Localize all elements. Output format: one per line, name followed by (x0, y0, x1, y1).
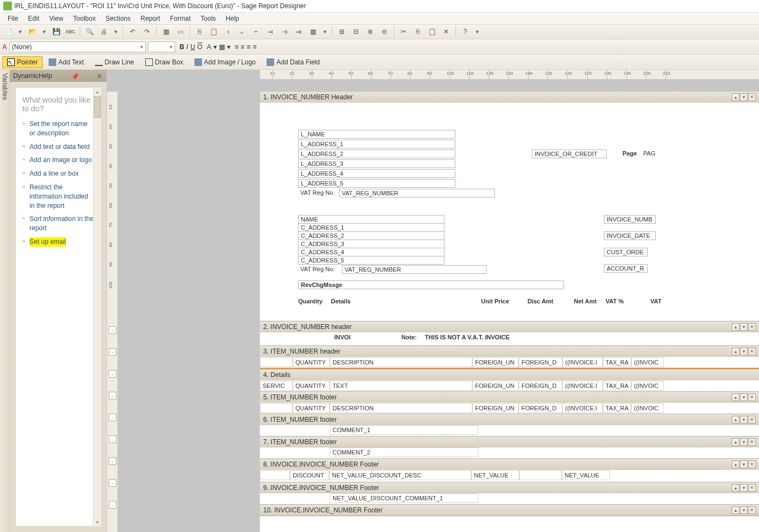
section-header[interactable]: 7. ITEM_NUMBER footer▴▾✕ (260, 437, 759, 447)
field-page-num[interactable]: PAG (641, 150, 657, 157)
menu-help[interactable]: Help (221, 14, 244, 23)
field-c-addr5[interactable]: C_ADDRESS_5 (298, 256, 444, 265)
field-cust-order[interactable]: CUST_ORDE (604, 248, 648, 256)
section-toggle[interactable]: - (109, 392, 116, 399)
field-invoice-date[interactable]: INVOICE_DATE (604, 231, 656, 240)
ungroup-button[interactable]: ⊟ (350, 26, 362, 38)
section-close-icon[interactable]: ✕ (748, 93, 756, 101)
section-up-icon[interactable]: ▴ (732, 323, 739, 331)
cell-tax[interactable]: TAX_RA (603, 357, 631, 367)
align-left-button[interactable]: ⫞ (222, 26, 234, 38)
section-close-icon[interactable]: ✕ (748, 323, 756, 331)
help-link-add-image[interactable]: Add an image or logo (29, 156, 92, 165)
add-data-field-tool[interactable]: Add Data Field (262, 56, 324, 68)
text-align-left-button[interactable]: ≡ (235, 43, 239, 51)
section-close-icon[interactable]: ✕ (748, 506, 756, 514)
fontcolor-button[interactable]: A (2, 43, 7, 51)
scroll-up-icon[interactable]: ▴ (93, 87, 101, 96)
section-toggle[interactable]: - (109, 370, 116, 378)
cell-foreign-d[interactable]: FOREIGN_D (519, 357, 562, 367)
cell-text[interactable]: TEXT (330, 381, 472, 391)
copy-button[interactable]: ⎘ (193, 26, 205, 38)
section-body[interactable]: DISCOUNT NET_VALUE_DISCOUNT_DESC NET_VAL… (260, 470, 759, 482)
section-toggle[interactable]: - (109, 414, 116, 421)
section-down-icon[interactable]: ▾ (740, 393, 748, 401)
insert-button[interactable]: ⊕ (364, 26, 376, 38)
variables-tab[interactable]: Variables (0, 70, 10, 532)
delete-button[interactable]: ✕ (440, 26, 452, 38)
undo-button[interactable]: ↶ (127, 26, 139, 38)
page-setup-button[interactable]: ▭ (174, 26, 186, 38)
print-button[interactable]: 🖨 (98, 26, 110, 38)
cell-comment[interactable]: NET_VALUE_DISCOUNT_COMMENT_1 (330, 493, 478, 503)
section-up-icon[interactable]: ▴ (732, 93, 739, 101)
section-close-icon[interactable]: ✕ (748, 393, 756, 401)
section-up-icon[interactable]: ▴ (732, 461, 739, 468)
align-middle-button[interactable]: ⫣ (278, 26, 290, 38)
save-button[interactable]: 💾 (50, 26, 62, 38)
text-align-right-button[interactable]: ≡ (247, 43, 251, 51)
section-close-icon[interactable]: ✕ (748, 438, 756, 446)
font-size-select[interactable]: ▾ (148, 41, 175, 52)
bold-button[interactable]: B (180, 43, 185, 51)
section-up-icon[interactable]: ▴ (732, 416, 739, 423)
field-c-addr4[interactable]: C_ADDRESS_4 (298, 248, 444, 256)
section-header[interactable]: 6. ITEM_NUMBER footer▴▾✕ (260, 414, 759, 425)
add-text-tool[interactable]: Add Text (44, 56, 88, 68)
menu-tools[interactable]: Tools (196, 14, 220, 23)
text-align-center-button[interactable]: ≡ (241, 43, 245, 51)
field-l-addr1[interactable]: L_ADDRESS_1 (298, 140, 455, 148)
section-down-icon[interactable]: ▾ (740, 93, 748, 101)
field-vat-reg[interactable]: VAT_REG_NUMBER (339, 189, 495, 198)
cell-qty[interactable]: QUANTITY (293, 403, 330, 413)
field-l-addr2[interactable]: L_ADDRESS_2 (298, 150, 455, 158)
label-page[interactable]: Page (620, 150, 639, 157)
help-link-restrict[interactable]: Restrict the information included in the… (29, 183, 94, 210)
print-dd[interactable]: ▾ (112, 26, 120, 38)
section-down-icon[interactable]: ▾ (740, 438, 748, 446)
cell-desc[interactable]: DESCRIPTION (330, 403, 472, 413)
section-body[interactable]: SERVICQUANTITYTEXTFOREIGN_UNFOREIGN_D((I… (260, 380, 759, 391)
cell-qty[interactable]: QUANTITY (293, 357, 330, 367)
cell-desc[interactable]: DESCRIPTION (330, 357, 472, 367)
section-body[interactable]: QUANTITYDESCRIPTIONFOREIGN_UNFOREIGN_D((… (260, 403, 759, 414)
section-body[interactable]: INVOI Note: THIS IS NOT A V.A.T. INVOICE (260, 332, 759, 345)
cell-discount-desc[interactable]: NET_VALUE_DISCOUNT_DESC (329, 470, 471, 480)
section-down-icon[interactable]: ▾ (740, 348, 748, 355)
field-vat-reg2[interactable]: VAT_REG_NUMBER (342, 265, 487, 274)
overline-button[interactable]: O (197, 43, 202, 51)
copy2-button[interactable]: ⎘ (412, 26, 424, 38)
cell-invoice2[interactable]: ((INVOIC (631, 403, 664, 413)
draw-line-tool[interactable]: Draw Line (90, 56, 139, 68)
section-down-icon[interactable]: ▾ (740, 506, 748, 514)
section-down-icon[interactable]: ▾ (740, 461, 748, 468)
paste2-button[interactable]: 📋 (426, 26, 438, 38)
label-note[interactable]: Note: (399, 333, 419, 341)
cell-foreign-d[interactable]: FOREIGN_D (519, 381, 562, 391)
field-rev-chg-msg[interactable]: RevChgMssge (298, 280, 564, 289)
menu-view[interactable]: View (45, 14, 68, 23)
redo-button[interactable]: ↷ (141, 26, 153, 38)
report-page[interactable]: 1. INVOICE_NUMBER Header ▴▾✕ L_NAME L_AD… (260, 92, 759, 532)
label-vat-reg[interactable]: VAT Reg No: (298, 189, 337, 196)
section-header[interactable]: 8. INVOICE.INVOICE_NUMBER Footer▴▾✕ (260, 459, 759, 470)
draw-box-tool[interactable]: Draw Box (140, 56, 188, 68)
textcolor-button[interactable]: A (207, 43, 211, 51)
align-center-button[interactable]: ⫠ (236, 26, 248, 38)
section-header[interactable]: 4. Details (260, 369, 759, 380)
align-right-button[interactable]: ⫟ (250, 26, 262, 38)
scroll-down-icon[interactable]: ▾ (93, 518, 101, 527)
help-link-sort[interactable]: Sort information in the report (29, 214, 94, 233)
section-down-icon[interactable]: ▾ (740, 484, 748, 492)
section-close-icon[interactable]: ✕ (748, 416, 756, 423)
help-link-email[interactable]: Set up email (29, 237, 66, 247)
section-body[interactable]: L_NAME L_ADDRESS_1 L_ADDRESS_2 L_ADDRESS… (260, 103, 759, 321)
paste-button[interactable]: 📋 (207, 26, 220, 38)
section-header[interactable]: 10. INVOICE.INVOICE_NUMBER Footer▴▾✕ (260, 505, 759, 516)
text-align-justify-button[interactable]: ≡ (253, 43, 257, 51)
help-link-report-name[interactable]: Set the report name or description (29, 119, 94, 138)
menu-toolbox[interactable]: Toolbox (69, 14, 100, 23)
field-name[interactable]: NAME (298, 215, 444, 224)
section-body[interactable]: COMMENT_1 (260, 425, 759, 436)
section-header[interactable]: 3. ITEM_NUMBER header▴▾✕ (260, 346, 759, 357)
